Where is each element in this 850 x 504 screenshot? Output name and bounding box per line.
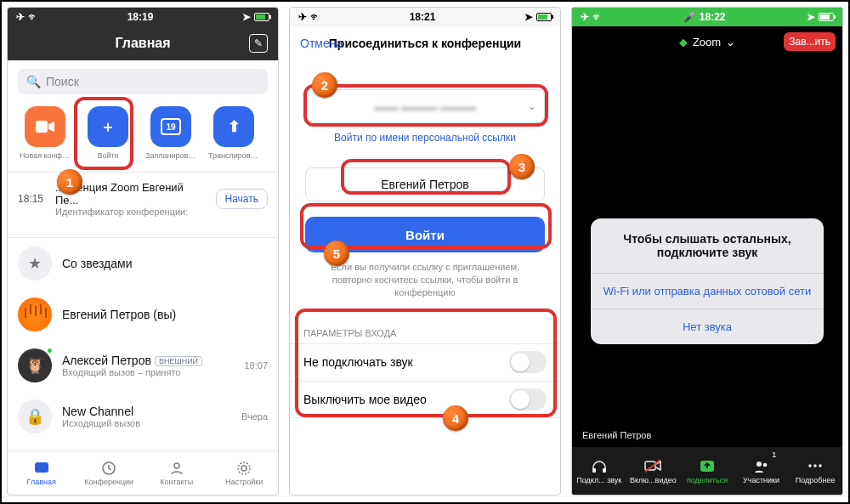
screen-home: ✈ᯤ 18:19 ➤ Главная ✎ 🔍 Поиск Новая конфе… xyxy=(7,7,279,496)
airplane-icon: ✈ xyxy=(16,11,25,23)
participant-name: Евгений Петров xyxy=(582,430,651,440)
svg-point-12 xyxy=(762,462,767,467)
video-icon xyxy=(25,106,65,147)
search-placeholder: Поиск xyxy=(46,75,79,88)
row-contact[interactable]: 🦉 Алексей ПетровВНЕШНИЙ Входящий вызов –… xyxy=(8,340,278,391)
row-channel[interactable]: 🔒 New Channel Исходящий вызов Вчера xyxy=(8,391,278,442)
audio-alert: Чтобы слышать остальных, подключите звук… xyxy=(591,218,824,344)
avatar-owl-icon: 🦉 xyxy=(18,348,52,382)
screen-join: ✈ᯤ 18:21 ➤ Отмена Присоединиться к конфе… xyxy=(289,7,561,496)
navbar: Отмена Присоединиться к конференции xyxy=(290,26,560,60)
svg-point-4 xyxy=(241,466,246,471)
search-input[interactable]: 🔍 Поиск xyxy=(18,69,268,94)
tab-bar: Главная Конференции Контакты Настройки xyxy=(8,450,278,495)
toolbar-participants[interactable]: 1Участники xyxy=(734,447,789,495)
alert-wifi-button[interactable]: Wi-Fi или отправка данных сотовой сети xyxy=(591,273,824,309)
tab-contacts[interactable]: Контакты xyxy=(143,451,211,495)
action-new-meeting[interactable]: Новая конференция xyxy=(20,106,71,160)
shield-icon[interactable]: ◆ xyxy=(679,36,688,48)
toolbar-video[interactable]: Вклю...видео xyxy=(626,447,681,495)
participants-icon xyxy=(752,458,771,473)
start-button[interactable]: Начать xyxy=(216,189,269,209)
status-time: 18:22 xyxy=(700,11,726,23)
status-bar: ✈ᯤ 🎤 18:22 ➤ xyxy=(572,8,842,26)
wifi-icon: ᯤ xyxy=(592,11,603,23)
svg-point-15 xyxy=(819,464,822,467)
switch-audio[interactable] xyxy=(509,351,547,373)
battery-icon xyxy=(536,13,552,21)
location-icon: ➤ xyxy=(242,11,251,23)
video-area: Чтобы слышать остальных, подключите звук… xyxy=(572,57,842,447)
svg-rect-6 xyxy=(592,468,596,473)
switch-video[interactable] xyxy=(509,388,547,411)
chevron-down-icon[interactable]: ⌄ xyxy=(726,36,735,48)
svg-point-13 xyxy=(808,464,812,467)
meeting-toolbar: Подкл... звук Вклю...видео поделиться 1У… xyxy=(572,447,842,495)
share-icon xyxy=(698,458,717,473)
option-no-video[interactable]: Выключить мое видео xyxy=(290,381,560,418)
row-me[interactable]: Евгений Петров (вы) xyxy=(8,289,278,340)
status-time: 18:19 xyxy=(128,11,154,23)
video-off-icon xyxy=(643,458,662,473)
cancel-button[interactable]: Отмена xyxy=(300,37,343,50)
option-no-audio[interactable]: Не подключать звук xyxy=(290,343,560,381)
wifi-icon: ᯤ xyxy=(310,11,320,23)
plus-icon: ＋ xyxy=(88,106,128,147)
svg-rect-0 xyxy=(36,121,48,133)
status-bar: ✈ᯤ 18:21 ➤ xyxy=(290,8,560,26)
join-hint: Если вы получили ссылку с приглашением, … xyxy=(314,261,536,299)
svg-rect-7 xyxy=(603,468,606,473)
svg-rect-1 xyxy=(35,462,48,473)
external-badge: ВНЕШНИЙ xyxy=(155,356,202,366)
row-starred[interactable]: ★ Со звездами xyxy=(8,238,278,289)
alert-no-audio-button[interactable]: Нет звука xyxy=(591,309,824,344)
action-schedule[interactable]: 19 Запланировать xyxy=(145,106,196,160)
contacts-icon xyxy=(168,461,185,476)
lock-icon: 🔒 xyxy=(18,399,52,433)
chevron-down-icon[interactable]: ⌄ xyxy=(528,101,536,112)
location-icon: ➤ xyxy=(807,11,815,23)
star-icon: ★ xyxy=(18,246,52,280)
toolbar-more[interactable]: Подробнее xyxy=(788,447,842,495)
online-dot-icon xyxy=(46,347,54,354)
more-icon xyxy=(806,458,824,473)
meeting-title: ...еренция Zoom Евгений Пе... xyxy=(55,181,207,207)
app-name[interactable]: Zoom xyxy=(693,36,721,48)
toolbar-share[interactable]: поделиться xyxy=(680,447,734,495)
section-header: ПАРАМЕТРЫ ВХОДА xyxy=(303,328,560,338)
action-join[interactable]: ＋ Войти xyxy=(82,106,133,160)
airplane-icon: ✈ xyxy=(298,11,307,23)
upcoming-meeting[interactable]: 18:15 ...еренция Zoom Евгений Пе... Иден… xyxy=(8,173,278,225)
calendar-icon: 19 xyxy=(150,106,191,147)
meeting-id-input[interactable]: ▬▬ ▬▬▬ ▬▬▬ ⌄ xyxy=(305,89,545,123)
quick-actions: Новая конференция ＋ Войти 19 Запланирова… xyxy=(8,106,278,160)
meeting-time: 18:15 xyxy=(18,193,47,205)
personal-link[interactable]: Войти по имени персональной ссылки xyxy=(290,132,560,144)
gear-icon xyxy=(235,461,252,476)
tab-home[interactable]: Главная xyxy=(8,451,76,495)
meeting-navbar: ◆ Zoom ⌄ Зав...ить xyxy=(572,26,842,57)
leave-button[interactable]: Зав...ить xyxy=(784,32,836,51)
meeting-subtitle: Идентификатор конференции: xyxy=(55,207,207,217)
navbar: Главная ✎ xyxy=(8,26,278,60)
status-time: 18:21 xyxy=(410,11,436,23)
cast-icon: ⬆ xyxy=(213,106,254,147)
page-title: Главная xyxy=(115,36,170,51)
join-button[interactable]: Войти xyxy=(305,217,545,252)
participant-count: 1 xyxy=(772,450,776,459)
tab-meetings[interactable]: Конференции xyxy=(76,451,144,495)
screen-meeting: ✈ᯤ 🎤 18:22 ➤ ◆ Zoom ⌄ Зав...ить Чтобы сл… xyxy=(571,7,843,496)
action-cast[interactable]: ⬆ Транслировать э... xyxy=(208,106,259,160)
name-input[interactable]: Евгений Петров xyxy=(305,167,545,201)
svg-point-3 xyxy=(174,463,179,468)
clock-icon xyxy=(100,461,117,476)
mic-icon: 🎤 xyxy=(683,11,696,23)
tab-settings[interactable]: Настройки xyxy=(211,451,279,495)
headphones-icon xyxy=(590,458,609,473)
search-icon: 🔍 xyxy=(26,75,41,88)
battery-icon xyxy=(819,13,834,21)
svg-point-11 xyxy=(756,462,762,467)
toolbar-audio[interactable]: Подкл... звук xyxy=(572,447,626,495)
status-bar: ✈ᯤ 18:19 ➤ xyxy=(8,8,278,26)
compose-icon[interactable]: ✎ xyxy=(249,34,268,53)
